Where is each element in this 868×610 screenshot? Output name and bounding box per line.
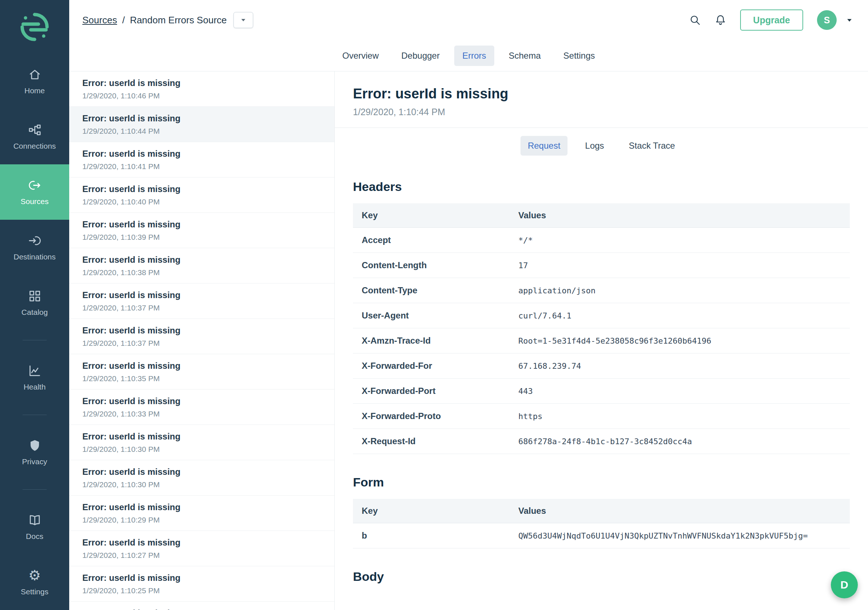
error-title: Error: userId is missing bbox=[82, 77, 321, 89]
error-title: Error: userId is missing bbox=[82, 183, 321, 195]
avatar-caret-icon[interactable] bbox=[846, 18, 853, 23]
error-list-item[interactable]: Error: userId is missing1/29/2020, 1:10:… bbox=[69, 71, 334, 107]
table-row: X-Forwarded-For67.168.239.74 bbox=[353, 354, 850, 379]
error-list-item[interactable]: Error: userId is missing1/29/2020, 1:10:… bbox=[69, 213, 334, 248]
error-list-item[interactable]: Error: userId is missing1/29/2020, 1:10:… bbox=[69, 107, 334, 142]
bell-icon[interactable] bbox=[715, 14, 726, 26]
sidebar-item-label: Catalog bbox=[22, 308, 48, 317]
sidebar-item-label: Home bbox=[25, 86, 45, 95]
row-key: b bbox=[353, 523, 510, 548]
sidebar-item-docs[interactable]: Docs bbox=[0, 499, 69, 555]
breadcrumb-sources-link[interactable]: Sources bbox=[82, 15, 117, 26]
sidebar-item-label: Settings bbox=[21, 587, 48, 596]
table-row: X-Request-Id686f278a-24f8-4b1c-b127-3c84… bbox=[353, 429, 850, 454]
row-key: Content-Length bbox=[353, 253, 510, 278]
error-list-item[interactable]: Error: userId is missing1/29/2020, 1:10:… bbox=[69, 248, 334, 284]
breadcrumb: Sources / Random Errors Source bbox=[82, 12, 253, 28]
error-list-item[interactable]: Error: userId is missing1/29/2020, 1:10:… bbox=[69, 495, 334, 531]
sidebar-item-home[interactable]: Home bbox=[0, 54, 69, 109]
error-timestamp: 1/29/2020, 1:10:30 PM bbox=[82, 445, 321, 454]
error-timestamp: 1/29/2020, 1:10:35 PM bbox=[82, 374, 321, 383]
error-list-item[interactable]: Error: userId is missing1/29/2020, 1:10:… bbox=[69, 566, 334, 602]
row-value: curl/7.64.1 bbox=[510, 303, 850, 328]
subtab-stack-trace[interactable]: Stack Trace bbox=[622, 136, 682, 155]
detail-section-body: Body bbox=[353, 570, 850, 584]
sidebar-item-sources[interactable]: Sources bbox=[0, 165, 69, 220]
settings-icon: ⚙ bbox=[28, 568, 41, 582]
chat-widget-button[interactable]: D bbox=[831, 571, 858, 598]
error-list-item[interactable]: Error: userId is missing1/29/2020, 1:10:… bbox=[69, 390, 334, 425]
error-list-item[interactable]: Error: userId is missing1/29/2020, 1:10:… bbox=[69, 177, 334, 213]
detail-section-form: FormKeyValuesbQW56d3U4WjNqdTo6U1U4VjN3Qk… bbox=[353, 475, 850, 548]
sidebar-item-settings[interactable]: ⚙ Settings bbox=[0, 555, 69, 610]
row-key: X-Forwarded-Port bbox=[353, 379, 510, 404]
error-list-item[interactable]: Error: userId is missing1/29/2020, 1:10:… bbox=[69, 425, 334, 460]
error-list-item[interactable]: Error: userId is missing bbox=[69, 602, 334, 610]
column-header: Key bbox=[353, 499, 510, 523]
error-list-item[interactable]: Error: userId is missing1/29/2020, 1:10:… bbox=[69, 319, 334, 354]
table-row: User-Agentcurl/7.64.1 bbox=[353, 303, 850, 328]
sidebar-item-connections[interactable]: Connections bbox=[0, 109, 69, 165]
error-detail-title: Error: userId is missing bbox=[353, 86, 850, 102]
sidebar-item-privacy[interactable]: Privacy bbox=[0, 425, 69, 480]
breadcrumb-separator: / bbox=[122, 15, 125, 26]
row-value: 67.168.239.74 bbox=[510, 354, 850, 379]
error-timestamp: 1/29/2020, 1:10:29 PM bbox=[82, 515, 321, 525]
tab-schema[interactable]: Schema bbox=[501, 45, 549, 66]
segment-logo[interactable] bbox=[0, 0, 69, 54]
error-timestamp: 1/29/2020, 1:10:30 PM bbox=[82, 480, 321, 489]
sidebar: Home Connections Sources Destinations Ca bbox=[0, 0, 69, 610]
table-row: X-Forwarded-Port443 bbox=[353, 379, 850, 404]
error-detail: Error: userId is missing 1/29/2020, 1:10… bbox=[335, 71, 868, 610]
error-list-item[interactable]: Error: userId is missing1/29/2020, 1:10:… bbox=[69, 354, 334, 390]
error-list-item[interactable]: Error: userId is missing1/29/2020, 1:10:… bbox=[69, 460, 334, 495]
sources-icon bbox=[28, 178, 42, 192]
error-timestamp: 1/29/2020, 1:10:46 PM bbox=[82, 92, 321, 100]
error-title: Error: userId is missing bbox=[82, 395, 321, 407]
sidebar-item-destinations[interactable]: Destinations bbox=[0, 220, 69, 275]
source-switcher-button[interactable] bbox=[234, 12, 253, 28]
error-timestamp: 1/29/2020, 1:10:40 PM bbox=[82, 197, 321, 206]
error-title: Error: userId is missing bbox=[82, 148, 321, 160]
row-value: 17 bbox=[510, 253, 850, 278]
error-list-item[interactable]: Error: userId is missing1/29/2020, 1:10:… bbox=[69, 284, 334, 319]
sidebar-item-catalog[interactable]: Catalog bbox=[0, 275, 69, 331]
subtab-request[interactable]: Request bbox=[521, 136, 567, 155]
upgrade-button[interactable]: Upgrade bbox=[740, 9, 803, 31]
row-key: X-Forwarded-For bbox=[353, 354, 510, 379]
error-list: Error: userId is missing1/29/2020, 1:10:… bbox=[69, 71, 335, 610]
topbar-actions: Upgrade S bbox=[689, 9, 853, 31]
sidebar-item-health[interactable]: Health bbox=[0, 350, 69, 405]
tab-errors[interactable]: Errors bbox=[454, 45, 494, 66]
search-icon[interactable] bbox=[689, 14, 701, 26]
error-title: Error: userId is missing bbox=[82, 254, 321, 265]
error-list-item[interactable]: Error: userId is missing1/29/2020, 1:10:… bbox=[69, 531, 334, 566]
subtab-logs[interactable]: Logs bbox=[578, 136, 611, 155]
table-row: X-Amzn-Trace-IdRoot=1-5e31f4d4-5e238058c… bbox=[353, 328, 850, 354]
error-title: Error: userId is missing bbox=[82, 219, 321, 230]
error-timestamp: 1/29/2020, 1:10:25 PM bbox=[82, 586, 321, 595]
section-heading: Headers bbox=[353, 180, 850, 194]
error-timestamp: 1/29/2020, 1:10:38 PM bbox=[82, 268, 321, 277]
table-row: Content-Typeapplication/json bbox=[353, 278, 850, 303]
row-value: 443 bbox=[510, 379, 850, 404]
destinations-icon bbox=[28, 234, 42, 247]
row-value: application/json bbox=[510, 278, 850, 303]
row-value: QW56d3U4WjNqdTo6U1U4VjN3QkpUZTNvTnhWVFNU… bbox=[510, 523, 850, 548]
row-value: https bbox=[510, 404, 850, 429]
avatar[interactable]: S bbox=[817, 10, 837, 30]
docs-icon bbox=[28, 513, 42, 527]
tab-settings[interactable]: Settings bbox=[555, 45, 603, 66]
error-title: Error: userId is missing bbox=[82, 360, 321, 372]
chevron-down-icon bbox=[240, 18, 246, 22]
sidebar-item-label: Sources bbox=[20, 197, 48, 206]
error-list-item[interactable]: Error: userId is missing1/29/2020, 1:10:… bbox=[69, 142, 334, 177]
row-key: User-Agent bbox=[353, 303, 510, 328]
row-value: Root=1-5e31f4d4-5e238058c96f3e1260b64196 bbox=[510, 328, 850, 354]
error-timestamp: 1/29/2020, 1:10:39 PM bbox=[82, 233, 321, 242]
table-row: bQW56d3U4WjNqdTo6U1U4VjN3QkpUZTNvTnhWVFN… bbox=[353, 523, 850, 548]
tab-overview[interactable]: Overview bbox=[334, 45, 387, 66]
home-icon bbox=[28, 67, 42, 81]
error-title: Error: userId is missing bbox=[82, 325, 321, 336]
tab-debugger[interactable]: Debugger bbox=[394, 45, 448, 66]
